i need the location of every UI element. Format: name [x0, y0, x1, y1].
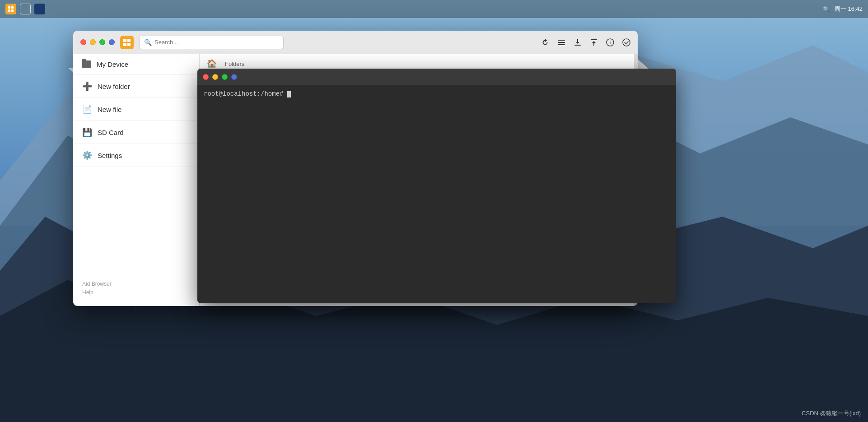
- download-button[interactable]: [574, 38, 582, 46]
- my-device-icon: [82, 60, 91, 68]
- svg-rect-21: [558, 44, 565, 45]
- sd-card-icon: 💾: [82, 127, 92, 137]
- sidebar-bottom: Aid Browser Help: [73, 271, 199, 306]
- search-bar[interactable]: 🔍: [139, 36, 284, 49]
- home-icon[interactable]: 🏠: [207, 59, 217, 69]
- list-view-button[interactable]: [557, 38, 565, 46]
- info-button[interactable]: i: [606, 38, 614, 46]
- terminal-titlebar: [197, 69, 676, 85]
- sidebar-item-settings[interactable]: ⚙️ Settings: [73, 144, 199, 167]
- refresh-button[interactable]: [541, 38, 549, 46]
- new-folder-label: New folder: [98, 83, 130, 90]
- terminal-minimize-button[interactable]: [212, 74, 218, 80]
- svg-rect-20: [558, 42, 565, 43]
- svg-rect-19: [558, 40, 565, 41]
- terminal-close-button[interactable]: [203, 74, 209, 80]
- search-icon: 🔍: [144, 39, 152, 46]
- svg-rect-12: [11, 6, 14, 9]
- new-file-icon: 📄: [82, 104, 92, 114]
- close-button[interactable]: [80, 39, 86, 45]
- taskbar-search[interactable]: 🔍: [823, 6, 830, 13]
- file-manager-titlebar: 🔍: [73, 31, 638, 54]
- taskbar-right: 🔍 周一 16:42: [823, 5, 863, 13]
- svg-rect-15: [123, 39, 126, 42]
- sd-card-label: SD Card: [98, 129, 124, 136]
- new-folder-icon: ➕: [82, 81, 92, 91]
- folders-label: Folders: [225, 60, 244, 67]
- aid-browser-line2: Help: [82, 288, 190, 297]
- taskbar-datetime: 周一 16:42: [835, 5, 863, 13]
- taskbar-left: [5, 4, 45, 14]
- terminal-cursor: [287, 91, 291, 97]
- taskbar-app-square[interactable]: [20, 4, 31, 14]
- aid-browser-line1: Aid Browser: [82, 280, 190, 288]
- settings-icon: ⚙️: [82, 150, 92, 160]
- traffic-lights: [80, 39, 115, 45]
- svg-rect-22: [574, 45, 581, 46]
- sidebar-item-sd-card[interactable]: 💾 SD Card: [73, 121, 199, 144]
- upload-button[interactable]: [590, 38, 598, 46]
- taskbar-app-navy[interactable]: [34, 4, 45, 14]
- terminal-maximize-button[interactable]: [222, 74, 228, 80]
- terminal-text: root@localhost:/home#: [204, 89, 670, 99]
- sidebar-item-my-device[interactable]: My Device: [73, 54, 199, 75]
- maximize-button[interactable]: [99, 39, 105, 45]
- app-logo: [120, 36, 134, 49]
- my-device-label: My Device: [97, 60, 128, 68]
- sidebar-item-new-file[interactable]: 📄 New file: [73, 98, 199, 121]
- terminal-traffic-lights: [203, 74, 237, 80]
- terminal-body[interactable]: root@localhost:/home#: [197, 85, 676, 303]
- sidebar-item-new-folder[interactable]: ➕ New folder: [73, 75, 199, 98]
- minimize-button[interactable]: [90, 39, 96, 45]
- new-file-label: New file: [98, 106, 121, 113]
- svg-point-26: [623, 39, 630, 46]
- svg-rect-16: [127, 39, 131, 42]
- svg-rect-18: [127, 43, 131, 46]
- search-icon: 🔍: [823, 6, 830, 13]
- taskbar: 🔍 周一 16:42: [0, 0, 868, 18]
- terminal-extra-button[interactable]: [231, 74, 237, 80]
- search-input[interactable]: [154, 39, 279, 46]
- svg-text:i: i: [610, 40, 611, 45]
- terminal-prompt: root@localhost:/home#: [204, 90, 283, 97]
- sidebar: My Device ➕ New folder 📄 New file 💾 SD C…: [73, 54, 200, 306]
- svg-rect-23: [591, 39, 597, 40]
- svg-rect-11: [8, 6, 10, 9]
- settings-label: Settings: [98, 152, 122, 159]
- taskbar-app-orange[interactable]: [5, 4, 16, 14]
- svg-rect-14: [11, 9, 14, 12]
- watermark: CSDN @猿猴一号(lxd): [802, 409, 861, 417]
- svg-rect-17: [123, 43, 126, 46]
- toolbar-actions: i: [541, 38, 630, 46]
- check-button[interactable]: [622, 38, 630, 46]
- svg-rect-13: [8, 9, 10, 12]
- extra-button[interactable]: [109, 39, 115, 45]
- terminal-window: root@localhost:/home#: [197, 69, 676, 303]
